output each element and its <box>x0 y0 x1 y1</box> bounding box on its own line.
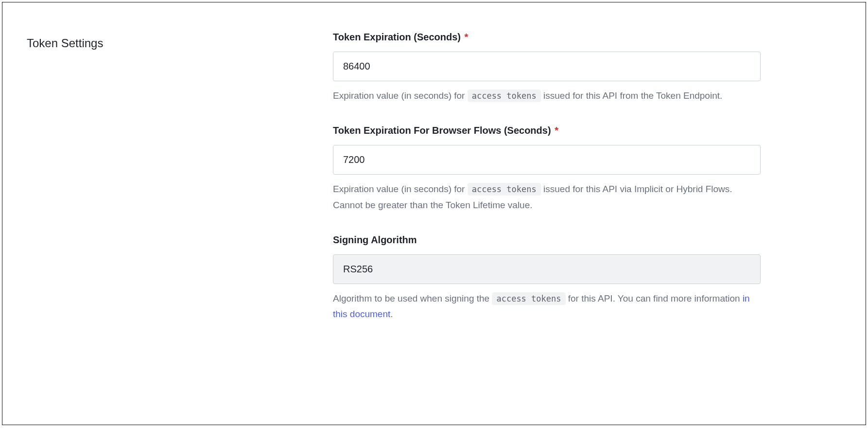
required-indicator: * <box>465 32 469 42</box>
signing-algorithm-label: Signing Algorithm <box>333 234 761 246</box>
code-chip-access-tokens: access tokens <box>468 89 541 102</box>
help-text-post: issued for this API from the Token Endpo… <box>541 90 723 101</box>
help-text-pre: Expiration value (in seconds) for <box>333 184 468 194</box>
form-column: Token Expiration (Seconds) * Expiration … <box>333 32 761 395</box>
label-text: Token Expiration (Seconds) <box>333 32 461 42</box>
section-title: Token Settings <box>27 36 313 50</box>
field-signing-algorithm: Signing Algorithm Algorithm to be used w… <box>333 234 761 322</box>
token-settings-panel: Token Settings Token Expiration (Seconds… <box>2 2 866 425</box>
help-text-pre: Expiration value (in seconds) for <box>333 90 468 101</box>
token-expiration-label: Token Expiration (Seconds) * <box>333 32 761 43</box>
signing-algorithm-input <box>333 254 761 284</box>
help-text-mid: for this API. You can find more informat… <box>566 293 743 304</box>
browser-flows-label: Token Expiration For Browser Flows (Seco… <box>333 125 761 136</box>
code-chip-access-tokens: access tokens <box>492 292 565 305</box>
token-expiration-input[interactable] <box>333 52 761 81</box>
required-indicator: * <box>555 125 558 136</box>
help-text-pre: Algorithm to be used when signing the <box>333 293 492 304</box>
help-text-end: . <box>390 309 393 319</box>
browser-flows-help: Expiration value (in seconds) for access… <box>333 181 761 213</box>
browser-flows-expiration-input[interactable] <box>333 145 761 175</box>
code-chip-access-tokens: access tokens <box>468 183 541 196</box>
section-header-column: Token Settings <box>27 32 313 395</box>
signing-algorithm-help: Algorithm to be used when signing the ac… <box>333 291 761 322</box>
field-browser-flows-expiration: Token Expiration For Browser Flows (Seco… <box>333 125 761 213</box>
label-text: Token Expiration For Browser Flows (Seco… <box>333 125 551 136</box>
field-token-expiration: Token Expiration (Seconds) * Expiration … <box>333 32 761 104</box>
token-expiration-help: Expiration value (in seconds) for access… <box>333 88 761 104</box>
